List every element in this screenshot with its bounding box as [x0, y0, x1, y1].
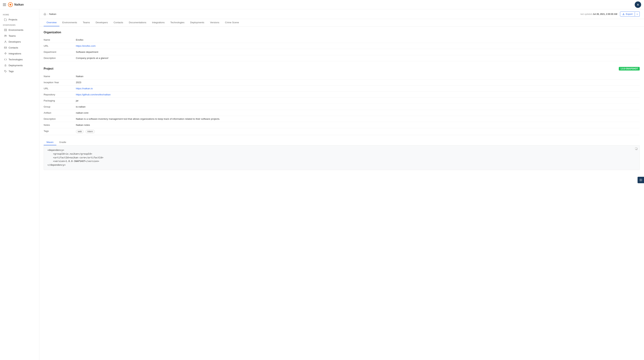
- puzzle-icon: [4, 52, 7, 55]
- proj-repo-link[interactable]: https://github.com/enofex/naikan: [76, 93, 110, 96]
- sidebar-label-tags: Tags: [8, 70, 14, 73]
- export-button-group: Export: [620, 12, 640, 17]
- envelope-icon: [4, 46, 7, 49]
- tab-integrations[interactable]: Integrations: [149, 19, 168, 26]
- tab-developers[interactable]: Developers: [93, 19, 111, 26]
- field-proj-inception: Inception Year 2023: [44, 80, 640, 86]
- org-url-link[interactable]: https://enofex.com: [76, 44, 96, 47]
- project-header: Project 1.0.0-SNAPSHOT: [44, 67, 640, 70]
- svg-rect-12: [635, 148, 637, 150]
- tab-technologies[interactable]: Technologies: [168, 19, 187, 26]
- sidebar-item-technologies[interactable]: Technologies: [1, 56, 38, 62]
- field-org-name: Name Enofex: [44, 37, 640, 43]
- settings-fab[interactable]: [638, 177, 644, 183]
- layout: HOME Projects OVERVIEWS Environments Tea…: [0, 9, 644, 360]
- svg-point-1: [10, 4, 11, 6]
- project-title: Project: [44, 67, 53, 70]
- tab-documentations[interactable]: Documentations: [126, 19, 149, 26]
- logo-icon: [8, 2, 13, 7]
- code-section: Maven Gradle <dependency> <groupId>io.na…: [44, 140, 640, 170]
- code-content: <dependency> <groupId>io.naikan</groupId…: [48, 148, 636, 167]
- field-proj-description: Description Naikan is a software invento…: [44, 116, 640, 122]
- field-proj-url: URL https://naikan.io: [44, 86, 640, 92]
- field-proj-packaging: Packaging jar: [44, 98, 640, 104]
- sidebar-item-teams[interactable]: Teams: [1, 33, 38, 39]
- export-main-button[interactable]: Export: [620, 12, 635, 16]
- breadcrumb-bar: › Naikan last updated Jul 28, 2021, 2:00…: [39, 9, 644, 19]
- people-icon: [4, 34, 7, 37]
- tag-intern: intern: [86, 130, 95, 133]
- last-updated: last updated Jul 28, 2021, 2:00:00 AM: [580, 13, 617, 16]
- code-tabs: Maven Gradle: [44, 140, 640, 146]
- user-avatar[interactable]: A: [635, 2, 641, 8]
- tab-versions[interactable]: Versions: [207, 19, 222, 26]
- tab-deployments[interactable]: Deployments: [187, 19, 207, 26]
- sidebar: HOME Projects OVERVIEWS Environments Tea…: [0, 9, 39, 360]
- sidebar-item-deployments[interactable]: Deployments: [1, 62, 38, 68]
- main-content: › Naikan last updated Jul 28, 2021, 2:00…: [39, 9, 644, 360]
- content-area: Organization Name Enofex URL https://eno…: [39, 26, 644, 180]
- breadcrumb-home[interactable]: [44, 13, 46, 16]
- hamburger-menu[interactable]: [3, 4, 6, 6]
- svg-point-10: [5, 71, 5, 71]
- sidebar-item-tags[interactable]: Tags: [1, 68, 38, 74]
- sidebar-item-projects[interactable]: Projects: [1, 17, 38, 22]
- sidebar-label-deployments: Deployments: [8, 64, 23, 67]
- project-fields: Name Naikan Inception Year 2023 URL http…: [44, 73, 640, 135]
- version-badge: 1.0.0-SNAPSHOT: [619, 67, 640, 70]
- project-section: Project 1.0.0-SNAPSHOT Name Naikan Incep…: [44, 67, 640, 170]
- sidebar-section-home: HOME: [0, 12, 39, 16]
- sidebar-label-projects: Projects: [8, 18, 17, 21]
- svg-rect-9: [4, 47, 6, 48]
- tab-contacts[interactable]: Contacts: [111, 19, 126, 26]
- tab-environments[interactable]: Environments: [60, 19, 80, 26]
- svg-point-13: [640, 180, 641, 180]
- sidebar-item-contacts[interactable]: Contacts: [1, 45, 38, 50]
- field-proj-group: Group io.naikan: [44, 104, 640, 110]
- organization-title: Organization: [44, 31, 61, 34]
- field-proj-notes: Notes Naikan notes: [44, 122, 640, 128]
- code-copy-button[interactable]: [635, 147, 638, 150]
- sidebar-item-environments[interactable]: Environments: [1, 27, 38, 33]
- tab-teams[interactable]: Teams: [80, 19, 93, 26]
- svg-point-7: [6, 35, 6, 36]
- server-icon: [4, 28, 7, 31]
- field-proj-repo: Repository https://github.com/enofex/nai…: [44, 92, 640, 98]
- sidebar-label-environments: Environments: [8, 29, 24, 31]
- export-dropdown-button[interactable]: [635, 12, 640, 16]
- sidebar-item-integrations[interactable]: Integrations: [1, 51, 38, 56]
- organization-header: Organization: [44, 31, 640, 34]
- svg-point-4: [6, 29, 6, 30]
- sidebar-label-technologies: Technologies: [8, 58, 23, 61]
- folder-icon: [4, 18, 7, 21]
- page-tabs: Overview Environments Teams Developers C…: [39, 19, 644, 26]
- svg-point-8: [5, 41, 6, 42]
- sidebar-label-teams: Teams: [8, 34, 16, 37]
- tag-web: web: [76, 130, 84, 133]
- code-tab-maven[interactable]: Maven: [44, 140, 56, 145]
- svg-point-5: [6, 30, 6, 31]
- organization-fields: Name Enofex URL https://enofex.com Depar…: [44, 37, 640, 61]
- field-org-description: Description Company projects at a glance…: [44, 55, 640, 61]
- app-logo: Naikan: [8, 2, 24, 7]
- sidebar-item-developers[interactable]: Developers: [1, 39, 38, 44]
- navbar: Naikan A: [0, 0, 644, 9]
- app-name: Naikan: [14, 3, 24, 6]
- tab-overview[interactable]: Overview: [44, 19, 60, 26]
- field-proj-tags: Tags web intern: [44, 128, 640, 135]
- sidebar-label-developers: Developers: [8, 40, 21, 43]
- sidebar-label-integrations: Integrations: [8, 52, 21, 55]
- breadcrumb: › Naikan: [44, 13, 56, 16]
- sidebar-label-contacts: Contacts: [8, 46, 18, 49]
- rocket-icon: [4, 64, 7, 67]
- tab-crime-scene[interactable]: Crime Scene: [222, 19, 242, 26]
- breadcrumb-current: Naikan: [49, 13, 56, 16]
- code-tab-gradle[interactable]: Gradle: [56, 140, 69, 145]
- navbar-left: Naikan: [3, 2, 24, 7]
- field-proj-name: Name Naikan: [44, 73, 640, 80]
- person-icon: [4, 40, 7, 43]
- field-org-department: Department Software department: [44, 49, 640, 55]
- code-icon: [4, 58, 7, 61]
- proj-url-link[interactable]: https://naikan.io: [76, 87, 93, 90]
- last-updated-value: Jul 28, 2021, 2:00:00 AM: [593, 13, 617, 16]
